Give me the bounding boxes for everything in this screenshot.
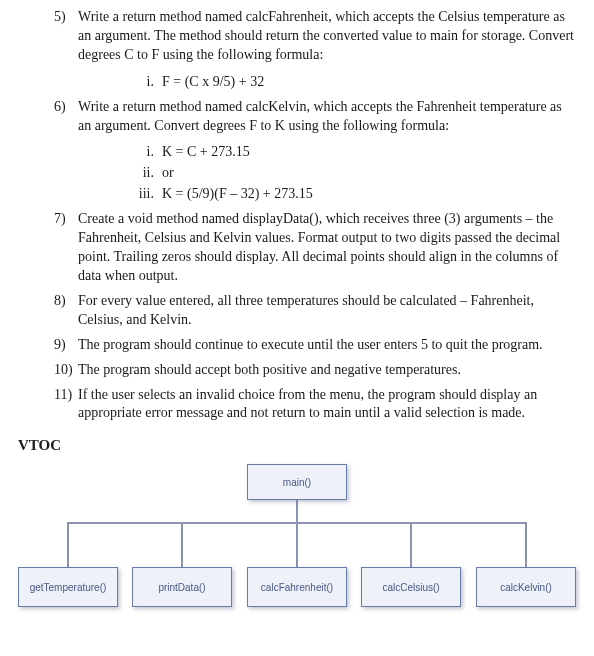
vtoc-child-box: calcKelvin() bbox=[476, 567, 576, 607]
item-number: 8) bbox=[54, 292, 78, 330]
sub-item: iii. K = (5/9)(F – 32) + 273.15 bbox=[134, 183, 576, 204]
item-text: Write a return method named calcFahrenhe… bbox=[78, 8, 576, 65]
sub-list: i. K = C + 273.15 ii. or iii. K = (5/9)(… bbox=[134, 141, 576, 204]
sub-text: or bbox=[162, 162, 174, 183]
item-text: The program should accept both positive … bbox=[78, 361, 576, 380]
vtoc-child-box: printData() bbox=[132, 567, 232, 607]
sub-text: K = (5/9)(F – 32) + 273.15 bbox=[162, 183, 313, 204]
list-item: 5) Write a return method named calcFahre… bbox=[54, 8, 576, 65]
item-text: If the user selects an invalid choice fr… bbox=[78, 386, 576, 424]
item-number: 11) bbox=[54, 386, 78, 424]
vtoc-diagram: main() getTemperature() printData() calc… bbox=[18, 464, 576, 609]
connector-line bbox=[67, 522, 69, 567]
vtoc-main-box: main() bbox=[247, 464, 347, 500]
item-text: Create a void method named displayData()… bbox=[78, 210, 576, 286]
vtoc-child-box: calcCelsius() bbox=[361, 567, 461, 607]
item-text: Write a return method named calcKelvin, … bbox=[78, 98, 576, 136]
connector-line bbox=[410, 522, 412, 567]
list-item: 8) For every value entered, all three te… bbox=[54, 292, 576, 330]
vtoc-heading: VTOC bbox=[18, 437, 576, 454]
sub-text: K = C + 273.15 bbox=[162, 141, 250, 162]
connector-line bbox=[296, 500, 298, 522]
sub-list: i. F = (C x 9/5) + 32 bbox=[134, 71, 576, 92]
list-item: 11) If the user selects an invalid choic… bbox=[54, 386, 576, 424]
sub-number: i. bbox=[134, 141, 162, 162]
sub-number: i. bbox=[134, 71, 162, 92]
list-item: 7) Create a void method named displayDat… bbox=[54, 210, 576, 286]
connector-line bbox=[525, 522, 527, 567]
list-item: 9) The program should continue to execut… bbox=[54, 336, 576, 355]
vtoc-child-box: calcFahrenheit() bbox=[247, 567, 347, 607]
item-number: 7) bbox=[54, 210, 78, 286]
requirements-list: 5) Write a return method named calcFahre… bbox=[54, 8, 576, 423]
connector-line bbox=[296, 522, 298, 567]
item-text: For every value entered, all three tempe… bbox=[78, 292, 576, 330]
item-number: 5) bbox=[54, 8, 78, 65]
list-item: 6) Write a return method named calcKelvi… bbox=[54, 98, 576, 136]
vtoc-child-box: getTemperature() bbox=[18, 567, 118, 607]
item-number: 6) bbox=[54, 98, 78, 136]
connector-line bbox=[181, 522, 183, 567]
sub-number: iii. bbox=[134, 183, 162, 204]
item-number: 10) bbox=[54, 361, 78, 380]
sub-item: i. K = C + 273.15 bbox=[134, 141, 576, 162]
item-text: The program should continue to execute u… bbox=[78, 336, 576, 355]
list-item: 10) The program should accept both posit… bbox=[54, 361, 576, 380]
sub-item: ii. or bbox=[134, 162, 576, 183]
sub-text: F = (C x 9/5) + 32 bbox=[162, 71, 264, 92]
sub-item: i. F = (C x 9/5) + 32 bbox=[134, 71, 576, 92]
item-number: 9) bbox=[54, 336, 78, 355]
sub-number: ii. bbox=[134, 162, 162, 183]
